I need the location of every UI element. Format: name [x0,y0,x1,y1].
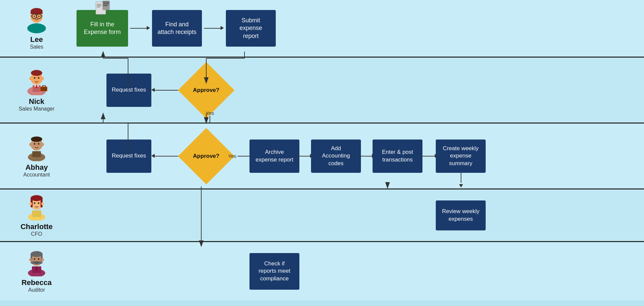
svg-point-59 [31,261,43,264]
actor-nick-role: Sales Manager [19,106,55,112]
svg-point-49 [34,202,36,204]
actor-nick-name: Nick [29,97,44,106]
svg-point-10 [38,16,40,17]
actor-rebecca-name: Rebecca [22,278,52,287]
arrow-no-abhay [151,153,155,159]
svg-point-9 [34,16,35,17]
arrow-fill-to-find [130,25,150,31]
actor-lee-name: Lee [30,35,43,44]
rebecca-avatar [23,250,50,276]
document-icon [94,0,111,17]
actor-charlotte-role: CFO [31,231,42,237]
svg-point-0 [27,23,46,33]
svg-point-62 [34,258,36,260]
add-accounting-box: Add Accounting codes [311,140,361,173]
enter-post-box: Enter & post transactions [373,140,422,173]
charlotte-avatar [23,194,50,220]
approve-abhay-diamond: Approve? [178,128,235,184]
svg-rect-3 [31,11,43,14]
actor-abhay: Abhay Accountant [0,131,73,181]
nick-avatar [23,69,50,95]
request-fixes-nick-box: Request fixes [106,74,151,107]
svg-point-63 [38,258,40,260]
svg-point-56 [31,251,43,257]
svg-point-28 [34,77,36,79]
actor-rebecca: Rebecca Auditor [0,246,73,296]
request-fixes-abhay-box: Request fixes [106,140,151,173]
actor-abhay-name: Abhay [25,163,48,172]
svg-rect-31 [42,86,46,87]
svg-point-48 [41,202,44,205]
arrow-no-nick-left [151,87,155,93]
svg-rect-15 [103,5,108,6]
check-compliance-box: Check if reports meet compliance [249,253,299,290]
svg-point-54 [36,269,38,271]
svg-point-37 [29,143,32,146]
actor-lee-role: Sales [30,44,43,50]
svg-rect-34 [32,151,41,157]
abhay-avatar [23,135,50,161]
submit-report-box: Submit expense report [226,10,276,47]
svg-rect-18 [97,7,100,7]
actor-charlotte-name: Charlotte [21,222,53,231]
svg-point-25 [31,70,42,76]
svg-point-39 [34,143,36,145]
svg-rect-42 [32,210,41,217]
svg-point-36 [31,137,42,142]
actor-nick: Nick Sales Manager [0,65,73,115]
actor-charlotte: Charlotte CFO [0,190,73,240]
create-weekly-box: Create weekly expense summary [436,140,486,173]
svg-point-50 [38,202,40,204]
svg-point-53 [36,267,38,269]
svg-point-27 [41,77,44,80]
actor-abhay-role: Accountant [23,172,50,178]
svg-point-60 [29,258,32,261]
svg-point-40 [38,143,40,145]
svg-point-47 [29,202,32,205]
svg-rect-13 [103,2,109,3]
review-weekly-box: Review weekly expenses [436,200,486,230]
archive-report-box: Archive expense report [249,140,299,173]
svg-point-38 [41,143,44,146]
arrow-weekly-down [459,173,463,189]
svg-point-26 [29,77,32,80]
actor-rebecca-role: Auditor [28,287,45,293]
svg-rect-17 [97,5,101,6]
find-receipts-box: Find and attach receipts [152,10,202,47]
svg-rect-16 [97,4,101,5]
svg-point-61 [41,258,44,261]
arrow-find-to-submit [204,25,224,31]
svg-point-29 [38,77,40,79]
svg-rect-14 [103,3,109,4]
lee-avatar [23,7,50,33]
actor-lee: Lee Sales [0,3,73,53]
